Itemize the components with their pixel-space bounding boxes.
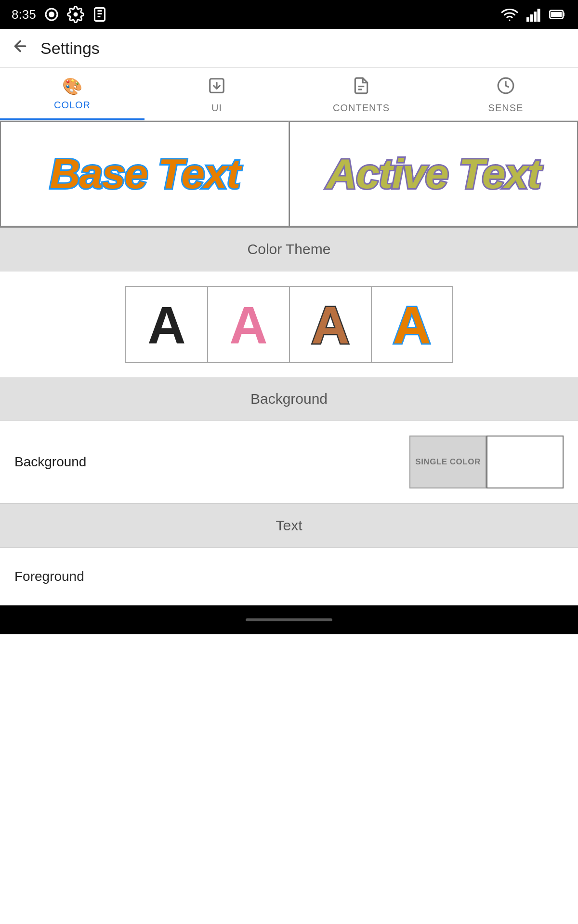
settings-icon bbox=[67, 6, 84, 23]
letter-pink: A bbox=[229, 294, 267, 355]
color-theme-header: Color Theme bbox=[0, 228, 578, 271]
active-text: Active Text bbox=[327, 149, 540, 198]
location-icon bbox=[43, 6, 60, 23]
tab-contents-label: CONTENTS bbox=[333, 103, 390, 114]
background-row-label: Background bbox=[14, 454, 86, 470]
svg-rect-5 bbox=[534, 12, 537, 22]
tab-ui[interactable]: UI bbox=[144, 68, 289, 120]
base-text-preview: Base Text bbox=[0, 121, 289, 227]
svg-rect-8 bbox=[551, 12, 562, 17]
clipboard-icon bbox=[91, 6, 108, 23]
theme-option-dual[interactable]: A bbox=[371, 286, 453, 363]
preview-area: Base Text Active Text bbox=[0, 121, 578, 228]
tab-color-label: COLOR bbox=[54, 100, 91, 111]
top-nav: Settings bbox=[0, 29, 578, 68]
contents-tab-icon bbox=[352, 77, 370, 99]
home-indicator bbox=[246, 618, 332, 621]
status-bar: 8:35 bbox=[0, 0, 578, 29]
status-time: 8:35 bbox=[12, 7, 36, 22]
theme-options: A A A A bbox=[0, 271, 578, 377]
background-color-options: SINGLE COLOR bbox=[409, 436, 564, 488]
ui-tab-icon bbox=[208, 77, 226, 99]
theme-option-outline[interactable]: A bbox=[289, 286, 371, 363]
wifi-icon bbox=[501, 6, 518, 23]
single-color-button[interactable]: SINGLE COLOR bbox=[409, 436, 486, 488]
text-header: Text bbox=[0, 504, 578, 547]
sense-tab-icon bbox=[497, 77, 515, 99]
svg-rect-3 bbox=[526, 17, 529, 22]
foreground-row: Foreground bbox=[0, 548, 578, 605]
theme-option-plain[interactable]: A bbox=[125, 286, 207, 363]
page-title: Settings bbox=[40, 39, 100, 58]
tab-color[interactable]: 🎨 COLOR bbox=[0, 68, 144, 120]
theme-option-pink[interactable]: A bbox=[207, 286, 289, 363]
letter-outline: A bbox=[311, 294, 349, 355]
tabs-bar: 🎨 COLOR UI CONTENTS bbox=[0, 68, 578, 121]
tab-contents[interactable]: CONTENTS bbox=[289, 68, 434, 120]
base-text: Base Text bbox=[50, 149, 240, 198]
background-header: Background bbox=[0, 377, 578, 421]
tab-sense[interactable]: SENSE bbox=[434, 68, 578, 120]
battery-icon bbox=[549, 6, 566, 23]
signal-icon bbox=[525, 6, 542, 23]
white-color-button[interactable] bbox=[486, 436, 564, 488]
bottom-bar bbox=[0, 605, 578, 634]
svg-rect-4 bbox=[530, 14, 533, 22]
tab-ui-label: UI bbox=[211, 103, 222, 114]
active-text-preview: Active Text bbox=[289, 121, 578, 227]
letter-dual: A bbox=[393, 294, 431, 355]
svg-point-0 bbox=[49, 12, 54, 17]
foreground-row-label: Foreground bbox=[14, 569, 84, 584]
letter-plain: A bbox=[147, 294, 185, 355]
background-row: Background SINGLE COLOR bbox=[0, 421, 578, 503]
back-button[interactable] bbox=[12, 38, 29, 59]
color-tab-icon: 🎨 bbox=[62, 77, 82, 96]
tab-sense-label: SENSE bbox=[488, 103, 524, 114]
svg-rect-6 bbox=[538, 9, 540, 22]
status-icons bbox=[501, 6, 566, 23]
